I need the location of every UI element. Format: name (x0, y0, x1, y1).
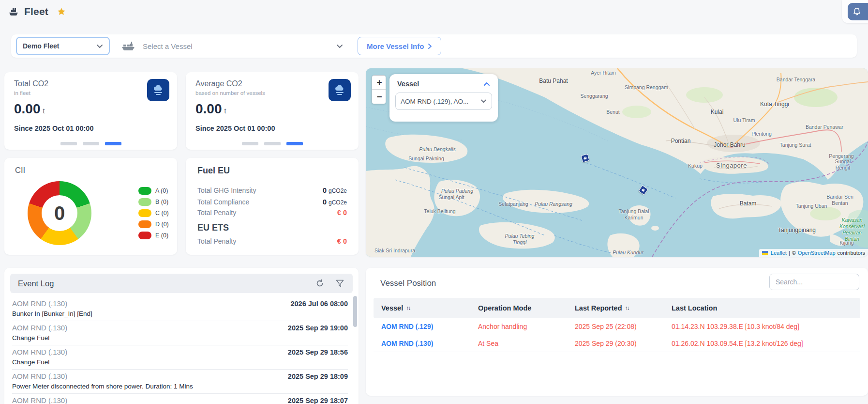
legend-swatch (138, 232, 151, 239)
notification-panel (842, 0, 868, 23)
more-vessel-info-button[interactable]: More Vessel Info (358, 37, 441, 55)
event-log-entry[interactable]: AOM RND (.130)2025 Sep 29 19:00 Change F… (12, 321, 348, 345)
event-log-entry[interactable]: AOM RND (.130)2025 Sep 29 18:56 Change F… (12, 345, 348, 370)
event-description: Change Fuel (12, 358, 348, 366)
legend-item-c: C (0) (138, 209, 169, 217)
event-log-scrollbar[interactable] (353, 296, 357, 327)
total-co2-value: 0.00t (14, 101, 45, 117)
vessel-position-search-input[interactable] (769, 274, 859, 290)
carousel-indicator[interactable] (186, 142, 359, 145)
sort-icon[interactable]: ↑↓ (625, 305, 629, 311)
favorite-star-icon[interactable] (57, 7, 66, 16)
vessel-select-placeholder: Select a Vessel (143, 42, 193, 50)
map-vessel-select-value: AOM RND (.129), AO... (401, 98, 468, 105)
fuel-row-value: 0 (323, 186, 327, 194)
vessel-ship-icon (120, 41, 136, 51)
fuel-row-label: Total Compliance (197, 198, 249, 206)
legend-label: A (0) (155, 187, 168, 194)
legend-item-b: B (0) (138, 198, 169, 206)
refresh-icon[interactable] (315, 279, 324, 288)
map-attribution: Leaflet | © OpenStreetMap contributors (759, 249, 868, 257)
event-vessel: AOM RND (.130) (12, 372, 67, 380)
average-co2-title: Average CO2 (195, 79, 242, 88)
event-log-entry[interactable]: AOM RND (.130)2025 Sep 29 18:07 (12, 394, 348, 404)
legend-label: E (0) (155, 232, 168, 239)
last-reported-cell: 2025 Sep 25 (22:08) (567, 323, 664, 330)
event-vessel: AOM RND (.130) (12, 299, 67, 308)
chevron-down-icon (480, 99, 487, 103)
event-log-entry[interactable]: AOM RND (.130)2026 Jul 06 08:00 Bunker I… (12, 297, 348, 321)
zoom-in-button[interactable]: + (372, 76, 386, 90)
filter-icon[interactable] (336, 280, 344, 288)
event-timestamp: 2025 Sep 29 19:00 (288, 324, 348, 332)
legend-label: B (0) (155, 199, 168, 205)
event-description: Bunker In [Bunker_In] [End] (12, 310, 348, 317)
average-co2-value: 0.00t (195, 101, 226, 117)
attribution-suffix: contributors (838, 250, 865, 256)
ukraine-flag-icon (762, 251, 768, 255)
column-header-last-location: Last Location (664, 304, 860, 312)
co2-cloud-badge (147, 79, 169, 101)
total-co2-unit: t (43, 107, 45, 115)
event-vessel: AOM RND (.130) (12, 324, 67, 332)
vessel-position-table: Vessel↑↓ Operation Mode Last Reported↑↓ … (374, 298, 860, 352)
vessel-map[interactable]: Ayer Hitam Batu Pahat Simpang Renggam Ba… (366, 68, 868, 257)
fuel-penalty-value: € 0 (337, 209, 347, 217)
leaflet-link[interactable]: Leaflet (771, 250, 787, 256)
average-co2-since: Since 2025 Oct 01 00:00 (195, 124, 275, 132)
cii-center-value: 0 (54, 202, 65, 224)
page-title: Fleet (24, 6, 48, 17)
map-vessel-panel-title[interactable]: Vessel (397, 80, 419, 88)
event-log-entry[interactable]: AOM RND (.130)2025 Sep 29 18:09 Power Me… (12, 370, 348, 394)
column-header-vessel[interactable]: Vessel↑↓ (374, 304, 470, 312)
fleet-ship-icon (8, 7, 19, 16)
cii-donut-chart: 0 (28, 181, 91, 245)
event-description: Power Meter disconnected from shore powe… (12, 383, 348, 390)
column-header-last-reported[interactable]: Last Reported↑↓ (567, 304, 664, 312)
cii-title: CII (15, 166, 25, 175)
co2-cloud-badge (329, 79, 351, 101)
vessel-link[interactable]: AOM RND (.129) (374, 323, 470, 330)
chevron-up-icon[interactable] (483, 82, 490, 86)
table-row[interactable]: AOM RND (.129) Anchor handling 2025 Sep … (374, 318, 860, 335)
average-co2-unit: t (224, 107, 226, 115)
vessel-position-title: Vessel Position (380, 279, 436, 288)
table-header-row: Vessel↑↓ Operation Mode Last Reported↑↓ … (374, 298, 860, 318)
fuel-row-ghg: Total GHG Intensity 0gCO2e (197, 186, 347, 194)
map-vessel-panel: Vessel AOM RND (.129), AO... (389, 74, 498, 122)
more-vessel-info-label: More Vessel Info (367, 42, 424, 50)
average-co2-subtitle: based on number of vessels (195, 90, 265, 96)
osm-link[interactable]: OpenStreetMap (798, 250, 836, 256)
total-co2-number: 0.00 (14, 101, 41, 116)
average-co2-card: Average CO2 based on number of vessels 0… (186, 72, 359, 150)
chevron-down-icon (96, 44, 103, 48)
eu-ets-penalty-value: € 0 (337, 237, 347, 245)
event-log-title: Event Log (18, 279, 54, 288)
fleet-select-value: Demo Fleet (23, 42, 59, 50)
legend-swatch (138, 187, 151, 195)
last-location-cell: 01.14.23.N 103.29.38.E [10.3 knot/84 deg… (664, 323, 860, 330)
bell-icon (853, 7, 861, 16)
zoom-out-button[interactable]: − (372, 90, 386, 104)
fuel-row-label: Total Penalty (197, 209, 236, 217)
page-header: Fleet (8, 6, 66, 17)
fuel-row-label: Total GHG Intensity (197, 186, 256, 194)
total-co2-subtitle: in fleet (14, 90, 30, 96)
total-co2-since: Since 2025 Oct 01 00:00 (14, 124, 93, 132)
vessel-select[interactable]: Select a Vessel (120, 41, 343, 51)
fuel-row-unit: gCO2e (329, 187, 347, 194)
event-timestamp: 2025 Sep 29 18:09 (288, 373, 348, 380)
notification-bell-button[interactable] (848, 3, 868, 20)
co2-cloud-icon (152, 84, 165, 96)
table-row[interactable]: AOM RND (.130) At Sea 2025 Sep 29 (20:30… (374, 335, 860, 352)
event-log-list[interactable]: AOM RND (.130)2026 Jul 06 08:00 Bunker I… (12, 297, 348, 404)
map-zoom-control: + − (372, 75, 386, 104)
fuel-row-unit: gCO2e (329, 199, 347, 206)
legend-item-a: A (0) (138, 187, 169, 195)
vessel-link[interactable]: AOM RND (.130) (374, 340, 470, 347)
sort-icon[interactable]: ↑↓ (406, 305, 410, 311)
chevron-right-icon (428, 43, 432, 49)
fleet-select[interactable]: Demo Fleet (16, 37, 110, 55)
map-vessel-select[interactable]: AOM RND (.129), AO... (395, 93, 492, 110)
carousel-indicator[interactable] (4, 142, 177, 145)
